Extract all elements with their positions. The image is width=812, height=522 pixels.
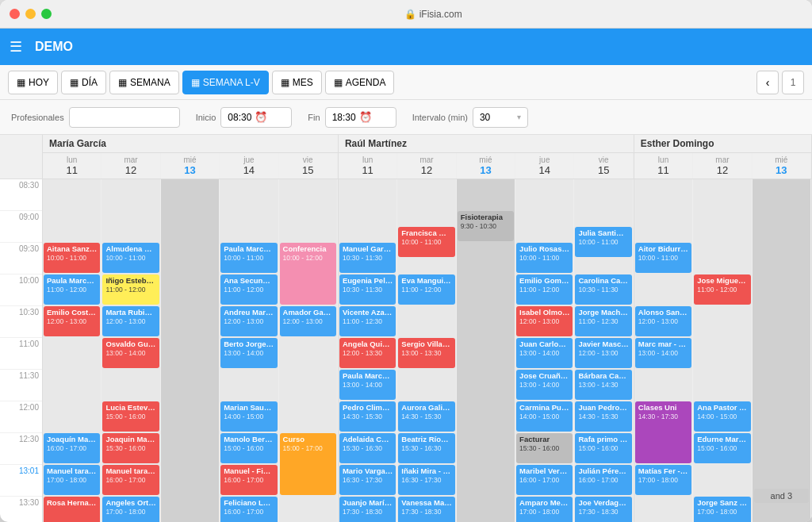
event-angela-quintas[interactable]: Angela Quintas - Fisioterapia 12:00 - 13… — [339, 338, 396, 368]
day-mar-12-esther: mar12 — [693, 153, 752, 178]
prof-input[interactable] — [69, 107, 180, 128]
event-barbara-carriedo[interactable]: Bárbara Carriedo - Fisioterapia 13:00 - … — [575, 370, 631, 400]
event-manuel-tarancon[interactable]: Manuel tarancon - Fisioterapia 17:00 - 1… — [44, 465, 100, 495]
event-carmina-puig[interactable]: Carmina Puig - Fisioterapia 14:00 - 15:0… — [516, 401, 573, 432]
event-inaki-mira[interactable]: Iñaki Mira - Fisioterapia 16:30 - 17:30 — [398, 465, 454, 495]
grid-content: Aitana Sanz - Fisioterapia 10:00 - 11:00… — [43, 179, 812, 522]
event-manuel-2[interactable]: Manuel - Fisioterapia 16:00 - 17:00 — [220, 465, 277, 495]
event-ana-pastor[interactable]: Ana Pastor - Fisioterapia 14:00 - 15:00 — [694, 401, 750, 432]
event-juan-carlos-perez[interactable]: Juan Carlos Pérez - Fisioterapia 13:00 -… — [516, 338, 573, 368]
raul-mar-12: Francisca García - Fisioterapia 10:00 - … — [397, 179, 456, 522]
event-eugenia-pellicer[interactable]: Eugenia Pellicer - Fisioterapia 10:30 - … — [339, 274, 396, 305]
event-emilio-gomar[interactable]: Emilio Gomar - Fisioterapia 11:00 - 12:0… — [516, 274, 573, 305]
event-joaquin-martinez-1[interactable]: Joaquín Martínez - Fisioterapia 16:00 - … — [44, 433, 100, 463]
event-andreu-mari[interactable]: Andreu Marí - Fisioterapia 12:00 - 13:00 — [220, 306, 277, 336]
event-feliciano-lopez[interactable]: Feliciano Lopez - Fisioterapia 16:00 - 1… — [220, 497, 277, 522]
week-lv-button[interactable]: ▦ SEMANA L-V — [182, 71, 269, 94]
event-juanjo-marin[interactable]: Juanjo Marín - Fisioterapia 17:30 - 18:3… — [339, 497, 396, 522]
event-paula-marcos-2[interactable]: Paula Marcos - Fisioterapia 10:00 - 11:0… — [220, 243, 277, 273]
week-button[interactable]: ▦ SEMANA — [109, 71, 179, 94]
event-mario-vargas[interactable]: Mario Vargas - Fisioterapia 16:30 - 17:3… — [339, 465, 396, 495]
event-paula-marcos-3[interactable]: Paula Marcos - Fisioterapia 13:00 - 14:0… — [339, 370, 396, 400]
event-facturar[interactable]: Facturar 15:30 - 16:00 — [516, 433, 573, 463]
esther-mie-13: and 3 — [753, 179, 811, 522]
event-osvaldo-gutierrez[interactable]: Osvaldo Gutierrez - Fisioterapia 13:00 -… — [102, 338, 159, 368]
intervalo-select[interactable]: 30 ▾ — [473, 107, 528, 128]
inicio-time[interactable]: 08:30 ⏰ — [220, 107, 292, 128]
close-button[interactable] — [10, 9, 20, 19]
event-sergio-vilamon[interactable]: Sergio Villamon - Fisioterapia 13:00 - 1… — [398, 338, 454, 368]
event-javier-mascarell[interactable]: Javier Mascarell - Fisioterapia 12:00 - … — [575, 338, 631, 368]
time-0900: 09:00 — [0, 211, 42, 243]
event-manuel-garcia[interactable]: Manuel García - Fisioterapia 10:30 - 11:… — [339, 243, 396, 273]
next-arrow[interactable]: 1 — [782, 71, 804, 94]
event-julian-perez[interactable]: Julián Pérez - Fisioterapia 16:00 - 17:0… — [575, 465, 631, 495]
event-jorge-sanz[interactable]: Jorge Sanz - Fisioterapia 17:00 - 18:00 — [694, 497, 750, 522]
fin-time[interactable]: 18:30 ⏰ — [325, 107, 396, 128]
today-button[interactable]: ▦ HOY — [8, 71, 58, 94]
event-aitor-bidurreta[interactable]: Aitor Bidurreta - Fisioterapia 10:00 - 1… — [635, 243, 691, 273]
event-julia-santimoteo[interactable]: Julia Santimoteo - Fisioterapia 10:00 - … — [575, 227, 631, 257]
event-aurora-galiano[interactable]: Aurora Galiano - Fisioterapia 14:30 - 15… — [398, 401, 454, 432]
event-eva-manguin[interactable]: Eva Manguin - Fisioterapia 11:00 - 12:00 — [398, 274, 454, 305]
event-clases-uni[interactable]: Clases Uni 14:30 - 17:30 — [635, 401, 691, 463]
event-alonso-sanz[interactable]: Alonso Sanz - Fisioterapia 12:00 - 13:00 — [635, 306, 691, 336]
event-lucia-esteve[interactable]: Lucia Esteve - Fisioterapia 15:00 - 16:0… — [102, 401, 159, 432]
event-vanessa-martinez[interactable]: Vanessa Martínez - Fisioterapia 17:30 - … — [398, 497, 454, 522]
event-carolina-cano[interactable]: Carolina Cano - Fisioterapia 10:30 - 11:… — [575, 274, 631, 305]
event-manuel-taranco-2[interactable]: Manuel taranco - Fisioterapia 16:00 - 17… — [102, 465, 159, 495]
week-icon: ▦ — [118, 77, 127, 88]
event-vicente-azara[interactable]: Vicente Azara - Fisioterapia 11:00 - 12:… — [339, 306, 396, 336]
event-jose-miguel-esther[interactable]: Jose Miguel - Fisioterapia 11:00 - 12:00 — [694, 274, 750, 305]
maximize-button[interactable] — [41, 9, 52, 19]
event-inigo-esteban[interactable]: Iñigo Esteban - Fisioterapia 11:00 - 12:… — [102, 274, 159, 305]
prev-arrow[interactable]: ‹ — [756, 71, 779, 94]
prof-name-esther: Esther Domingo — [634, 135, 811, 153]
event-rafa-primo[interactable]: Rafa primo Fisioterapia 15:00 - 16:00 — [575, 433, 631, 463]
event-francisca-garcia[interactable]: Francisca García - Fisioterapia 10:00 - … — [398, 227, 454, 257]
day-icon: ▦ — [70, 77, 79, 88]
event-jorge-machi[interactable]: Jorge Machí Fisioterapia 11:00 - 12:30 — [575, 306, 631, 336]
intervalo-label: Intervalo (min) — [412, 113, 468, 122]
event-ana-secundino[interactable]: Ana Secundino - Fisioterapia 11:00 - 12:… — [220, 274, 277, 305]
event-joaquin-martinez-2[interactable]: Joaquin Martínez - Fisioterapia 15:30 - … — [102, 433, 159, 463]
event-rosa-hernandez[interactable]: Rosa Hernandez — [44, 497, 100, 522]
raul-jue-14: Julio Rosas - Fisioterapia 10:00 - 11:00… — [515, 179, 574, 522]
event-marian-saurina[interactable]: Marian Saurina - Fisioterapia 14:00 - 15… — [220, 401, 277, 432]
minimize-button[interactable] — [25, 9, 36, 19]
event-almudena-feliz[interactable]: Almudena Feliz - Fisioterapia 10:00 - 11… — [102, 243, 159, 273]
time-0930: 09:30 — [0, 243, 42, 274]
event-adelaida-campos[interactable]: Adelaida Campos - Fisioterapia 15:30 - 1… — [339, 433, 396, 463]
event-matias-fer[interactable]: Matías Fer - Fisioterapia 17:00 - 18:00 — [635, 465, 691, 495]
day-mie-13-esther: mié13 — [753, 153, 811, 178]
event-emilio-costa[interactable]: Emilio Costa - Fisioterapia 12:00 - 13:0… — [44, 306, 100, 336]
event-amparo-merino[interactable]: Amparo Merino - Fisioterapia 17:00 - 18:… — [516, 497, 573, 522]
day-lun-11-maria: lun11 — [43, 153, 102, 178]
agenda-button[interactable]: ▦ AGENDA — [325, 71, 395, 94]
event-pedro-climent[interactable]: Pedro Climent Ferri - Fisioterapia 14:30… — [339, 401, 396, 432]
event-julio-rosas[interactable]: Julio Rosas - Fisioterapia 10:00 - 11:00 — [516, 243, 573, 273]
prof-group-raul: Raúl Martínez lun11 mar12 mié13 jue14 vi… — [339, 135, 634, 178]
event-aitana-sanz[interactable]: Aitana Sanz - Fisioterapia 10:00 - 11:00 — [44, 243, 100, 273]
event-joe-verdaguer[interactable]: Joe Verdaguer Fisioterapia 17:30 - 18:30 — [575, 497, 631, 522]
event-beatriz-rios[interactable]: Beatriz Ríos - Fisioterapia 15:30 - 16:3… — [398, 433, 454, 463]
day-lun-11-raul: lun11 — [339, 153, 397, 178]
event-fisioterapia-header[interactable]: Fisioterapia 9:30 - 10:30 — [458, 211, 514, 241]
event-edurne-mar[interactable]: Edurne Mar - Fisioterapia 15:00 - 16:00 — [694, 433, 750, 463]
event-juan-pedro[interactable]: Juan Pedro - Fisioterapia 14:30 - 15:30 — [575, 401, 631, 432]
event-marc-mar[interactable]: Marc mar - Fisioterapia 13:00 - 14:00 — [635, 338, 691, 368]
event-amador-garcia[interactable]: Amador García - Fisioterapia 12:00 - 13:… — [280, 306, 336, 336]
event-manolo-berta[interactable]: Manolo Berta - Fisioterapia 15:00 - 16:0… — [220, 433, 277, 463]
menu-icon[interactable]: ☰ — [10, 38, 22, 56]
month-button[interactable]: ▦ MES — [272, 71, 322, 94]
event-conferencia[interactable]: Conferencia 10:00 - 12:00 — [280, 243, 336, 305]
event-marta-rubiales[interactable]: Marta Rubiales - Fisioterapia 12:00 - 13… — [102, 306, 159, 336]
event-berto-jorge[interactable]: Berto Jorge - Fisioterapia 13:00 - 14:00 — [220, 338, 277, 368]
event-isabel-olmos[interactable]: Isabel Olmos - Fisioterapia 12:00 - 13:0… — [516, 306, 573, 336]
event-paula-marcos-1[interactable]: Paula Marcos - Fisioterapia 11:00 - 12:0… — [44, 274, 100, 305]
event-jose-cruanes[interactable]: Jose Cruañes - fisioterapia 13:00 - 14:0… — [516, 370, 573, 400]
event-angeles-ortiz[interactable]: Angeles Ortiz - Fisioterapia 17:00 - 18:… — [102, 497, 159, 522]
day-button[interactable]: ▦ DÍA — [61, 71, 106, 94]
event-maribel-verdu[interactable]: Maribel Verdú - Fisioterapia 16:00 - 17:… — [516, 465, 573, 495]
event-curso[interactable]: Curso 15:00 - 17:00 — [280, 433, 336, 495]
